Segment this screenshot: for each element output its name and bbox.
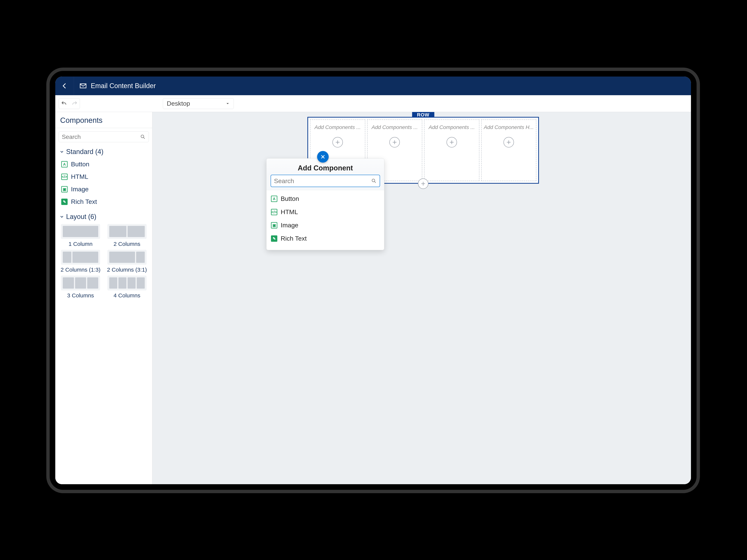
back-button[interactable] <box>55 77 74 95</box>
standard-item[interactable]: ▣Image <box>57 183 150 195</box>
plus-icon <box>335 139 340 145</box>
slot-placeholder-text: Add Components ... <box>426 124 478 130</box>
add-component-button[interactable] <box>332 137 343 148</box>
search-icon <box>140 134 146 140</box>
standard-item-label: Image <box>71 186 89 193</box>
popover-list: AButton</>HTML▣Image✎Rich Text <box>266 190 384 247</box>
popover-item[interactable]: </>HTML <box>269 205 382 219</box>
layout-label: 1 Column <box>69 241 93 247</box>
chevron-down-icon <box>59 149 64 154</box>
undo-button[interactable] <box>59 98 69 109</box>
layout-label: 2 Columns (1:3) <box>61 267 101 273</box>
popover-close-button[interactable] <box>317 151 329 163</box>
column-slot[interactable]: Add Components ... <box>424 119 480 181</box>
standard-list: AButton</>HTML▣Image✎Rich Text <box>55 157 152 210</box>
layout-grid: 1 Column2 Columns2 Columns (1:3)2 Column… <box>55 222 152 300</box>
standard-item-label: HTML <box>71 173 88 180</box>
chevron-down-icon <box>225 101 230 106</box>
popover-search[interactable] <box>271 175 380 187</box>
plus-icon <box>392 139 397 145</box>
add-component-button[interactable] <box>389 137 400 148</box>
components-panel: Components Standard (4) AButton</>HTML▣I… <box>55 112 152 484</box>
popover-item[interactable]: ▣Image <box>269 219 382 232</box>
layout-label: 2 Columns <box>113 241 140 247</box>
layout-section-header[interactable]: Layout (6) <box>55 210 152 222</box>
component-type-icon: </> <box>271 209 277 215</box>
popover-item-label: HTML <box>281 208 298 216</box>
redo-button[interactable] <box>69 98 80 109</box>
layout-label: 3 Columns <box>67 292 94 299</box>
popover-item[interactable]: AButton <box>269 192 382 205</box>
layout-label: 4 Columns <box>113 292 140 299</box>
layout-section-label: Layout (6) <box>66 213 96 221</box>
standard-section-label: Standard (4) <box>66 148 103 156</box>
plus-icon <box>449 139 455 145</box>
standard-item[interactable]: </>HTML <box>57 170 150 183</box>
layout-preview <box>107 224 147 239</box>
layout-preview <box>61 275 100 290</box>
search-icon <box>371 178 377 184</box>
layout-label: 2 Columns (3:1) <box>107 267 147 273</box>
component-type-icon: A <box>271 196 277 202</box>
close-icon <box>320 154 326 159</box>
add-component-popover: Add Component AButton</>HTML▣Image✎Rich … <box>266 158 384 250</box>
device-select[interactable]: Desktop <box>163 98 234 109</box>
popover-item-label: Button <box>281 195 299 202</box>
layout-card[interactable]: 2 Columns (1:3) <box>59 250 103 273</box>
slot-placeholder-text: Add Components H... <box>483 124 535 130</box>
column-slot[interactable]: Add Components H... <box>481 119 537 181</box>
component-type-icon: ▣ <box>271 222 277 229</box>
app-header: Email Content Builder <box>55 77 691 95</box>
standard-item[interactable]: ✎Rich Text <box>57 195 150 208</box>
layout-preview <box>61 250 100 265</box>
components-title: Components <box>55 112 152 128</box>
layout-card[interactable]: 2 Columns <box>105 224 149 247</box>
layout-preview <box>107 275 147 290</box>
redo-icon <box>71 101 78 107</box>
add-row-below-button[interactable] <box>418 179 429 189</box>
layout-preview <box>107 250 147 265</box>
screen: Email Content Builder Desktop Compo <box>55 77 691 484</box>
standard-item-label: Rich Text <box>71 198 97 205</box>
page-title: Email Content Builder <box>91 82 156 90</box>
body: Components Standard (4) AButton</>HTML▣I… <box>55 112 691 484</box>
popover-item-label: Image <box>281 221 299 229</box>
standard-item[interactable]: AButton <box>57 158 150 170</box>
layout-card[interactable]: 4 Columns <box>105 275 149 299</box>
tablet-frame: Email Content Builder Desktop Compo <box>46 68 700 493</box>
components-search-input[interactable] <box>62 133 140 140</box>
svg-point-5 <box>372 179 375 182</box>
layout-card[interactable]: 1 Column <box>59 224 103 247</box>
component-type-icon: </> <box>61 174 68 180</box>
slot-placeholder-text: Add Components ... <box>369 124 421 130</box>
components-search[interactable] <box>59 131 149 142</box>
component-type-icon: ▣ <box>61 186 68 192</box>
svg-point-0 <box>141 135 144 138</box>
undo-icon <box>61 101 67 107</box>
plus-icon <box>420 181 426 186</box>
slot-placeholder-text: Add Components ... <box>311 124 364 130</box>
component-type-icon: A <box>61 161 68 167</box>
plus-icon <box>506 139 512 145</box>
chevron-down-icon <box>59 214 64 219</box>
popover-item[interactable]: ✎Rich Text <box>269 232 382 245</box>
device-select-value: Desktop <box>167 100 190 107</box>
popover-search-input[interactable] <box>274 177 371 185</box>
component-type-icon: ✎ <box>61 198 68 205</box>
layout-preview <box>61 224 100 239</box>
component-type-icon: ✎ <box>271 235 277 242</box>
canvas[interactable]: ROW Add Components ...Add Components ...… <box>152 112 691 484</box>
add-component-button[interactable] <box>504 137 514 148</box>
standard-section-header[interactable]: Standard (4) <box>55 145 152 157</box>
add-component-button[interactable] <box>446 137 457 148</box>
arrow-left-icon <box>61 82 68 89</box>
popover-item-label: Rich Text <box>281 235 307 242</box>
toolbar: Desktop <box>55 95 691 112</box>
mail-icon <box>80 82 87 89</box>
layout-card[interactable]: 2 Columns (3:1) <box>105 250 149 273</box>
standard-item-label: Button <box>71 161 89 168</box>
history-group <box>59 98 80 109</box>
layout-card[interactable]: 3 Columns <box>59 275 103 299</box>
